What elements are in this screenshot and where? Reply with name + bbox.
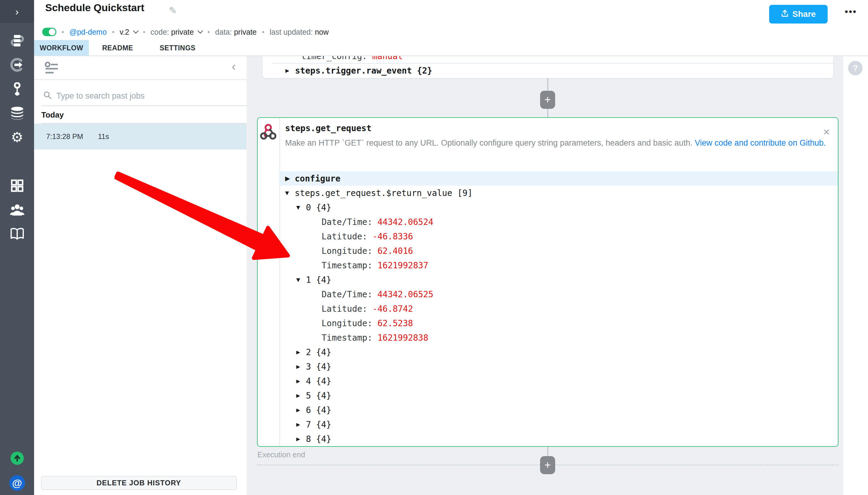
version-dropdown[interactable]: v.2 [120,28,138,36]
code-value: private [171,28,194,36]
configure-label: configure [295,174,341,184]
share-upload-icon [781,9,789,19]
trigger-raw-event-row[interactable]: ▶ steps.trigger.raw_event {2} [285,64,432,78]
caret-right-icon[interactable]: ▶ [285,175,295,182]
filter-icon[interactable] [45,62,58,76]
tree-item-row[interactable]: ▶4 {4} [279,374,838,388]
get-request-step-card[interactable]: ✕ steps.get_request Make an HTTP `GET` r… [257,117,838,447]
item-index: 1 [306,275,311,285]
data-label: data: [215,28,232,36]
caret-right-icon[interactable]: ▶ [296,392,306,399]
nav-item-settings[interactable]: ⚙ [0,131,34,144]
field-value: 1621992838 [377,333,428,343]
tab-readme[interactable]: README [89,40,146,56]
field-value: 62.5238 [377,318,413,328]
nav-item-workflows[interactable] [0,34,34,47]
github-link[interactable]: View code and contribute on Github. [695,138,826,148]
workflow-meta-row: • @pd-demo • v.2 • code: private • data:… [42,25,329,39]
field-key: Date/Time: [322,217,377,227]
nav-item-apps[interactable] [0,179,34,192]
deploy-button[interactable] [0,451,34,465]
meta-separator: • [143,29,145,36]
add-step-button[interactable]: + [540,456,555,474]
item-count: {4} [311,391,331,400]
caret-down-icon[interactable]: ▼ [296,276,306,284]
search-placeholder: Type to search past jobs [56,91,145,101]
nav-item-keys[interactable] [0,82,34,96]
configure-section-row[interactable]: ▶ configure [279,171,838,186]
chevron-down-icon [133,28,138,33]
return-path: steps.get_request.$return_value [295,188,452,198]
tab-bar: WORKFLOWREADMESETTINGS [34,40,868,56]
meta-separator: • [62,29,64,36]
help-button[interactable]: ? [848,61,863,75]
caret-down-icon[interactable]: ▼ [285,189,295,197]
job-duration: 11s [98,132,109,141]
collapse-panel-chevron[interactable]: ‹ [232,60,236,72]
caret-right-icon[interactable]: ▶ [296,363,306,370]
nav-item-community[interactable] [0,203,34,217]
close-icon[interactable]: ✕ [823,128,830,137]
delete-job-history-button[interactable]: DELETE JOB HISTORY [41,476,237,490]
job-row[interactable]: 7:13:28 PM11s [34,124,246,150]
database-icon [10,106,24,120]
tree-root-row[interactable]: ▼steps.get_request.$return_value [9] [279,186,838,200]
tree-field-row: Timestamp: 1621992837 [279,258,838,273]
tree-item-row[interactable]: ▶6 {4} [279,403,838,417]
chevron-right-icon: › [15,6,19,17]
add-step-button[interactable]: + [540,91,555,109]
tree-item-row[interactable]: ▼0 {4} [279,200,838,215]
deploy-up-icon [11,451,24,465]
nav-item-data-stores[interactable] [0,106,34,120]
caret-right-icon[interactable]: ▶ [296,377,306,385]
share-button[interactable]: Share [769,5,828,23]
nav-item-docs[interactable] [0,227,34,241]
trigger-step-card[interactable]: timer_config: manual ▶ steps.trigger.raw… [262,56,833,78]
tree-field-row: Timestamp: 1621992838 [279,330,838,345]
key-icon [11,82,24,96]
field-key: Timestamp: [322,260,377,270]
item-index: 6 [306,405,311,415]
search-past-jobs-input[interactable]: Type to search past jobs [43,89,241,103]
updated-label: last updated: [270,28,313,36]
nav-item-sources[interactable] [0,58,34,71]
caret-right-icon[interactable]: ▶ [285,67,295,74]
updated-value: now [315,28,329,36]
header: Schedule Quickstart ✎ Share ••• • @pd-de… [34,0,868,40]
caret-right-icon[interactable]: ▶ [296,348,306,356]
tree-field-row: Latitude: -46.8742 [279,302,838,316]
caret-down-icon[interactable]: ▼ [296,204,306,211]
tree-item-row[interactable]: ▶3 {4} [279,359,838,374]
code-visibility-dropdown[interactable]: code: private [151,28,202,36]
version-label: v.2 [120,28,129,36]
config-key: timer_config: [301,56,367,61]
item-count: {4} [311,405,331,415]
item-index: 4 [306,376,311,386]
tree-item-row[interactable]: ▼1 {4} [279,273,838,287]
item-index: 3 [306,362,311,372]
sign-out-icon [10,58,24,72]
workflow-builder-app: › [0,0,868,495]
search-underline [41,105,246,106]
caret-right-icon[interactable]: ▶ [296,435,306,443]
edit-title-pencil-icon[interactable]: ✎ [169,5,177,16]
tree-item-row[interactable]: ▶8 {4} [279,432,838,446]
mention-icon: @ [9,475,25,491]
active-toggle[interactable] [42,28,56,36]
caret-right-icon[interactable]: ▶ [296,421,306,428]
mention-button[interactable]: @ [0,475,34,491]
share-label: Share [792,9,816,19]
field-value: 44342.06524 [377,217,433,227]
owner-link[interactable]: @pd-demo [69,28,107,36]
expand-nav-button[interactable]: › [0,0,34,23]
job-group-label: Today [41,110,64,120]
more-menu-button[interactable]: ••• [845,7,857,17]
tab-settings[interactable]: SETTINGS [146,40,209,56]
tree-item-row[interactable]: ▶5 {4} [279,388,838,403]
caret-right-icon[interactable]: ▶ [296,406,306,414]
tree-item-row[interactable]: ▶2 {4} [279,345,838,359]
tab-workflow[interactable]: WORKFLOW [34,40,89,56]
field-value: 62.4016 [377,246,413,256]
field-value: -46.8336 [372,232,413,241]
tree-item-row[interactable]: ▶7 {4} [279,417,838,432]
